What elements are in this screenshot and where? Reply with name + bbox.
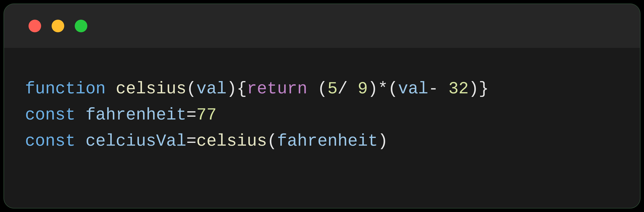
operator-equals: = [186,105,196,125]
keyword-const: const [25,132,76,151]
space [76,132,86,151]
keyword-function: function [25,79,106,98]
keyword-const: const [25,105,76,125]
punct: )} [469,79,489,98]
identifier-celciusval: celciusVal [86,132,186,151]
punct: ( [267,132,277,151]
function-name: celsius [116,79,186,98]
punct: ( [186,79,196,98]
number-9: 9 [358,79,368,98]
code-line-3: const celciusVal=celsius(fahrenheit) [25,132,388,151]
operator-divide: / [338,79,358,98]
close-icon[interactable] [28,20,41,32]
punct: ) [378,132,388,151]
minimize-icon[interactable] [52,20,64,32]
keyword-return: return [247,79,307,98]
punct: )*( [368,79,398,98]
param-val: val [398,79,428,98]
number-5: 5 [328,79,338,98]
space [106,79,116,98]
number-77: 77 [196,105,216,125]
operator-minus: - [428,79,448,98]
param-val: val [196,79,226,98]
call-celsius: celsius [196,132,267,151]
identifier-fahrenheit: fahrenheit [86,105,186,125]
code-editor: function celsius(val){return (5/ 9)*(val… [4,48,640,208]
code-line-1: function celsius(val){return (5/ 9)*(val… [25,79,489,98]
zoom-icon[interactable] [75,20,87,32]
punct: ( [318,79,328,98]
space [76,105,86,125]
code-window: function celsius(val){return (5/ 9)*(val… [4,4,640,208]
arg-fahrenheit: fahrenheit [277,132,378,151]
number-32: 32 [448,79,469,98]
space [307,79,318,98]
punct: ){ [226,79,247,98]
code-line-2: const fahrenheit=77 [25,105,217,125]
operator-equals: = [186,132,196,151]
window-titlebar [4,4,640,48]
